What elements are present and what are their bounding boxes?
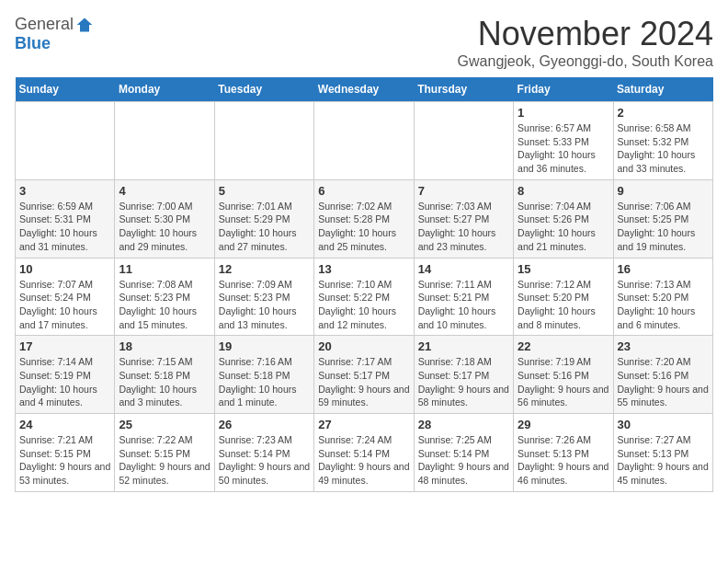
weekday-header-thursday: Thursday <box>414 77 513 102</box>
day-cell-3: 3Sunrise: 6:59 AM Sunset: 5:31 PM Daylig… <box>16 179 115 258</box>
day-cell-22: 22Sunrise: 7:19 AM Sunset: 5:16 PM Dayli… <box>514 336 613 414</box>
week-row-1: 1Sunrise: 6:57 AM Sunset: 5:33 PM Daylig… <box>16 102 713 180</box>
day-cell-26: 26Sunrise: 7:23 AM Sunset: 5:14 PM Dayli… <box>214 414 313 492</box>
day-cell-12: 12Sunrise: 7:09 AM Sunset: 5:23 PM Dayli… <box>214 258 313 336</box>
day-cell-13: 13Sunrise: 7:10 AM Sunset: 5:22 PM Dayli… <box>314 258 414 336</box>
day-info: Sunrise: 6:57 AM Sunset: 5:33 PM Dayligh… <box>518 121 609 176</box>
day-cell-1: 1Sunrise: 6:57 AM Sunset: 5:33 PM Daylig… <box>514 102 613 180</box>
weekday-header-monday: Monday <box>115 77 214 102</box>
day-info: Sunrise: 7:14 AM Sunset: 5:19 PM Dayligh… <box>19 355 110 409</box>
day-info: Sunrise: 7:25 AM Sunset: 5:14 PM Dayligh… <box>418 433 509 488</box>
week-row-4: 17Sunrise: 7:14 AM Sunset: 5:19 PM Dayli… <box>16 336 713 414</box>
day-cell-10: 10Sunrise: 7:07 AM Sunset: 5:24 PM Dayli… <box>16 258 115 336</box>
day-number: 17 <box>19 339 110 353</box>
day-cell-empty <box>314 102 414 180</box>
day-cell-5: 5Sunrise: 7:01 AM Sunset: 5:29 PM Daylig… <box>214 179 313 258</box>
month-title: November 2024 <box>458 15 713 53</box>
day-cell-19: 19Sunrise: 7:16 AM Sunset: 5:18 PM Dayli… <box>214 336 313 414</box>
logo: General Blue <box>15 15 94 53</box>
calendar-table: SundayMondayTuesdayWednesdayThursdayFrid… <box>15 77 713 492</box>
day-number: 20 <box>318 339 409 353</box>
day-cell-18: 18Sunrise: 7:15 AM Sunset: 5:18 PM Dayli… <box>115 336 214 414</box>
day-info: Sunrise: 7:22 AM Sunset: 5:15 PM Dayligh… <box>119 433 210 488</box>
day-cell-2: 2Sunrise: 6:58 AM Sunset: 5:32 PM Daylig… <box>613 102 712 180</box>
logo-blue: Blue <box>15 34 51 52</box>
day-cell-empty <box>414 102 513 180</box>
day-number: 2 <box>618 106 709 120</box>
day-info: Sunrise: 7:21 AM Sunset: 5:15 PM Dayligh… <box>19 433 110 488</box>
day-cell-21: 21Sunrise: 7:18 AM Sunset: 5:17 PM Dayli… <box>414 336 513 414</box>
day-number: 3 <box>19 184 110 198</box>
day-info: Sunrise: 7:02 AM Sunset: 5:28 PM Dayligh… <box>318 200 409 254</box>
day-info: Sunrise: 7:16 AM Sunset: 5:18 PM Dayligh… <box>219 355 310 409</box>
day-info: Sunrise: 7:08 AM Sunset: 5:23 PM Dayligh… <box>119 278 210 332</box>
day-info: Sunrise: 7:13 AM Sunset: 5:20 PM Dayligh… <box>618 278 709 332</box>
day-number: 4 <box>119 184 210 198</box>
day-number: 5 <box>219 184 310 198</box>
day-cell-24: 24Sunrise: 7:21 AM Sunset: 5:15 PM Dayli… <box>16 414 115 492</box>
logo-general: General <box>15 15 74 34</box>
day-cell-6: 6Sunrise: 7:02 AM Sunset: 5:28 PM Daylig… <box>314 179 414 258</box>
week-row-2: 3Sunrise: 6:59 AM Sunset: 5:31 PM Daylig… <box>16 179 713 258</box>
day-cell-20: 20Sunrise: 7:17 AM Sunset: 5:17 PM Dayli… <box>314 336 414 414</box>
day-number: 24 <box>19 418 110 431</box>
day-info: Sunrise: 7:15 AM Sunset: 5:18 PM Dayligh… <box>119 355 210 409</box>
day-number: 22 <box>518 339 609 353</box>
day-number: 27 <box>318 418 409 431</box>
day-cell-7: 7Sunrise: 7:03 AM Sunset: 5:27 PM Daylig… <box>414 179 513 258</box>
day-number: 1 <box>518 106 609 120</box>
day-cell-23: 23Sunrise: 7:20 AM Sunset: 5:16 PM Dayli… <box>613 336 712 414</box>
day-cell-empty <box>16 102 115 180</box>
page-header: General Blue November 2024 Gwangjeok, Gy… <box>15 15 713 70</box>
weekday-header-row: SundayMondayTuesdayWednesdayThursdayFrid… <box>16 77 713 102</box>
weekday-header-friday: Friday <box>514 77 613 102</box>
svg-marker-0 <box>77 17 93 31</box>
day-cell-4: 4Sunrise: 7:00 AM Sunset: 5:30 PM Daylig… <box>115 179 214 258</box>
day-info: Sunrise: 7:24 AM Sunset: 5:14 PM Dayligh… <box>318 433 409 488</box>
day-cell-27: 27Sunrise: 7:24 AM Sunset: 5:14 PM Dayli… <box>314 414 414 492</box>
day-number: 18 <box>119 339 210 353</box>
day-cell-empty <box>214 102 313 180</box>
day-info: Sunrise: 7:11 AM Sunset: 5:21 PM Dayligh… <box>418 278 509 332</box>
weekday-header-tuesday: Tuesday <box>214 77 313 102</box>
day-info: Sunrise: 6:59 AM Sunset: 5:31 PM Dayligh… <box>19 200 110 254</box>
day-number: 10 <box>19 262 110 276</box>
title-section: November 2024 Gwangjeok, Gyeonggi-do, So… <box>458 15 713 70</box>
day-info: Sunrise: 7:01 AM Sunset: 5:29 PM Dayligh… <box>219 200 310 254</box>
day-info: Sunrise: 7:00 AM Sunset: 5:30 PM Dayligh… <box>119 200 210 254</box>
day-number: 23 <box>618 339 709 353</box>
week-row-3: 10Sunrise: 7:07 AM Sunset: 5:24 PM Dayli… <box>16 258 713 336</box>
day-info: Sunrise: 7:06 AM Sunset: 5:25 PM Dayligh… <box>618 200 709 254</box>
day-info: Sunrise: 7:12 AM Sunset: 5:20 PM Dayligh… <box>518 278 609 332</box>
day-number: 14 <box>418 262 509 276</box>
day-number: 29 <box>518 418 609 431</box>
week-row-5: 24Sunrise: 7:21 AM Sunset: 5:15 PM Dayli… <box>16 414 713 492</box>
day-cell-empty <box>115 102 214 180</box>
day-info: Sunrise: 7:17 AM Sunset: 5:17 PM Dayligh… <box>318 355 409 409</box>
day-number: 13 <box>318 262 409 276</box>
day-number: 28 <box>418 418 509 431</box>
day-cell-17: 17Sunrise: 7:14 AM Sunset: 5:19 PM Dayli… <box>16 336 115 414</box>
day-cell-29: 29Sunrise: 7:26 AM Sunset: 5:13 PM Dayli… <box>514 414 613 492</box>
day-info: Sunrise: 7:26 AM Sunset: 5:13 PM Dayligh… <box>518 433 609 488</box>
day-cell-30: 30Sunrise: 7:27 AM Sunset: 5:13 PM Dayli… <box>613 414 712 492</box>
location: Gwangjeok, Gyeonggi-do, South Korea <box>458 53 713 70</box>
day-number: 16 <box>618 262 709 276</box>
day-number: 21 <box>418 339 509 353</box>
day-number: 30 <box>618 418 709 431</box>
day-cell-9: 9Sunrise: 7:06 AM Sunset: 5:25 PM Daylig… <box>613 179 712 258</box>
day-number: 6 <box>318 184 409 198</box>
day-number: 11 <box>119 262 210 276</box>
day-info: Sunrise: 7:03 AM Sunset: 5:27 PM Dayligh… <box>418 200 509 254</box>
day-number: 26 <box>219 418 310 431</box>
day-info: Sunrise: 7:19 AM Sunset: 5:16 PM Dayligh… <box>518 355 609 409</box>
day-info: Sunrise: 7:27 AM Sunset: 5:13 PM Dayligh… <box>618 433 709 488</box>
weekday-header-wednesday: Wednesday <box>314 77 414 102</box>
day-info: Sunrise: 6:58 AM Sunset: 5:32 PM Dayligh… <box>618 121 709 176</box>
logo-icon <box>75 16 94 34</box>
day-number: 9 <box>618 184 709 198</box>
day-number: 25 <box>119 418 210 431</box>
day-info: Sunrise: 7:20 AM Sunset: 5:16 PM Dayligh… <box>618 355 709 409</box>
day-cell-25: 25Sunrise: 7:22 AM Sunset: 5:15 PM Dayli… <box>115 414 214 492</box>
day-cell-11: 11Sunrise: 7:08 AM Sunset: 5:23 PM Dayli… <box>115 258 214 336</box>
